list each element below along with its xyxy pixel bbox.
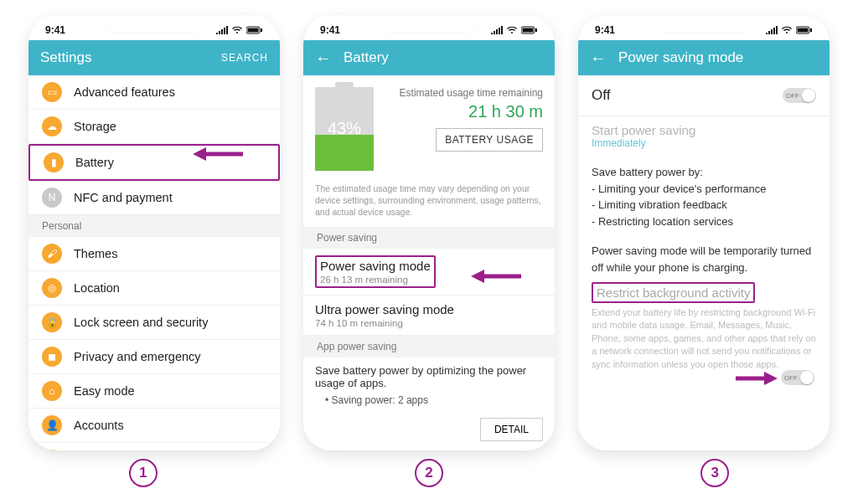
google-icon: G [42,450,62,450]
svg-rect-12 [810,28,812,32]
battery-status-icon [246,26,263,34]
battery-status-icon [796,26,813,34]
battery-icon: ▮ [44,152,64,172]
psm-master-toggle[interactable]: OFF [783,88,816,103]
save-b3: - Restricting location services [592,213,816,230]
settings-item-lock[interactable]: 🔒 Lock screen and security [28,306,280,340]
item-label: Themes [74,247,117,260]
ultra-power-saving-item[interactable]: Ultra power saving mode 74 h 10 m remain… [303,296,555,336]
detail-button[interactable]: DETAIL [480,418,543,441]
pin-icon: ◎ [42,278,62,298]
status-time: 9:41 [320,24,340,36]
settings-item-google[interactable]: G Google [28,443,280,450]
nfc-icon: N [42,188,62,208]
user-icon: 👤 [42,415,62,435]
estimate-time: 21 h 30 m [384,102,543,121]
psm-off-label: Off [592,87,783,104]
save-b1: - Limiting your device's performance [592,181,816,198]
notch [104,15,204,33]
item-label: Accounts [74,419,124,432]
phone-icon: ▭ [42,82,62,102]
arrow-annotation [736,368,778,388]
step-indicators: 1 2 3 [0,459,858,487]
settings-item-advanced[interactable]: ▭ Advanced features [28,75,280,110]
battery-summary: 43% Estimated usage time remaining 21 h … [303,75,555,183]
psm-content: Off OFF Start power saving Immediately S… [578,75,830,450]
step-2: 2 [415,459,443,487]
item-label: Easy mode [74,384,135,398]
alert-icon: ◼ [42,347,62,367]
home-icon: ⌂ [42,381,62,401]
item-label: Storage [74,120,116,133]
settings-list: ▭ Advanced features ☁ Storage ▮ Battery … [28,75,280,450]
lock-icon: 🔒 [42,312,62,332]
brush-icon: 🖌 [42,244,62,264]
section-power-saving: Power saving [303,227,555,249]
settings-item-accounts[interactable]: 👤 Accounts [28,409,280,443]
notch [379,15,479,33]
wifi-icon [231,26,243,34]
settings-item-location[interactable]: ◎ Location [28,271,280,306]
start-power-saving-title[interactable]: Start power saving [578,116,830,137]
app-power-desc: Save battery power by optimizing the pow… [315,364,543,389]
battery-disclaimer: The estimated usage time may vary depend… [303,183,555,227]
upsm-title: Ultra power saving mode [315,302,543,316]
settings-item-easymode[interactable]: ⌂ Easy mode [28,374,280,409]
status-indicators [766,26,813,34]
psm-master-toggle-row: Off OFF [578,75,830,116]
item-label: Privacy and emergency [74,350,201,363]
section-personal: Personal [28,215,280,237]
charging-note: Power saving mode will be temporarily tu… [578,236,830,282]
phone-settings: 9:41 Settings SEARCH ▭ Advanced features… [28,15,280,450]
header-title: Battery [344,49,389,66]
battery-content: 43% Estimated usage time remaining 21 h … [303,75,555,450]
svg-rect-7 [535,28,537,32]
restrict-title: Restrict background activity [592,282,755,303]
settings-item-storage[interactable]: ☁ Storage [28,110,280,144]
search-button[interactable]: SEARCH [221,52,268,64]
item-label: Lock screen and security [74,316,208,329]
signal-icon [766,26,778,34]
header-psm: ← Power saving mode [578,40,830,75]
restrict-desc: Extend your battery life by restricting … [578,303,830,374]
wifi-icon [781,26,793,34]
settings-item-themes[interactable]: 🖌 Themes [28,237,280,271]
save-b2: - Limiting vibration feedback [592,197,816,213]
back-icon[interactable]: ← [590,49,607,66]
step-3: 3 [700,459,729,487]
battery-usage-button[interactable]: BATTERY USAGE [436,128,543,152]
header-battery: ← Battery [303,40,555,75]
save-info: Save battery power by: - Limiting your d… [578,157,830,236]
status-indicators [216,26,263,34]
svg-marker-9 [471,270,484,283]
battery-fill [315,135,374,171]
app-power-item[interactable]: Save battery power by optimizing the pow… [303,357,555,413]
signal-icon [216,26,228,34]
battery-graphic: 43% [315,87,374,171]
restrict-toggle[interactable]: OFF [781,370,814,385]
item-label: Advanced features [74,85,175,99]
signal-icon [491,26,503,34]
svg-rect-11 [798,28,809,33]
arrow-annotation [471,266,521,286]
svg-rect-1 [248,28,259,33]
back-icon[interactable]: ← [315,49,332,66]
psm-sub: 26 h 13 m remaining [317,275,434,286]
start-power-saving-sub: Immediately [578,137,830,157]
item-label: NFC and payment [74,191,173,204]
item-label: Battery [75,156,114,169]
svg-marker-14 [764,372,778,385]
svg-rect-6 [523,28,534,33]
estimate-label: Estimated usage time remaining [384,87,543,99]
status-indicators [491,26,538,34]
app-power-bullet: Saving power: 2 apps [332,394,428,406]
battery-percent: 43% [315,119,374,138]
settings-item-nfc[interactable]: N NFC and payment [28,181,280,215]
restrict-row[interactable]: Restrict background activity [578,282,830,303]
settings-item-privacy[interactable]: ◼ Privacy and emergency [28,340,280,374]
header-title: Power saving mode [618,49,743,66]
save-intro: Save battery power by: [592,164,816,181]
psm-title: Power saving mode [317,257,434,273]
header-settings: Settings SEARCH [28,40,280,75]
status-time: 9:41 [45,24,65,36]
